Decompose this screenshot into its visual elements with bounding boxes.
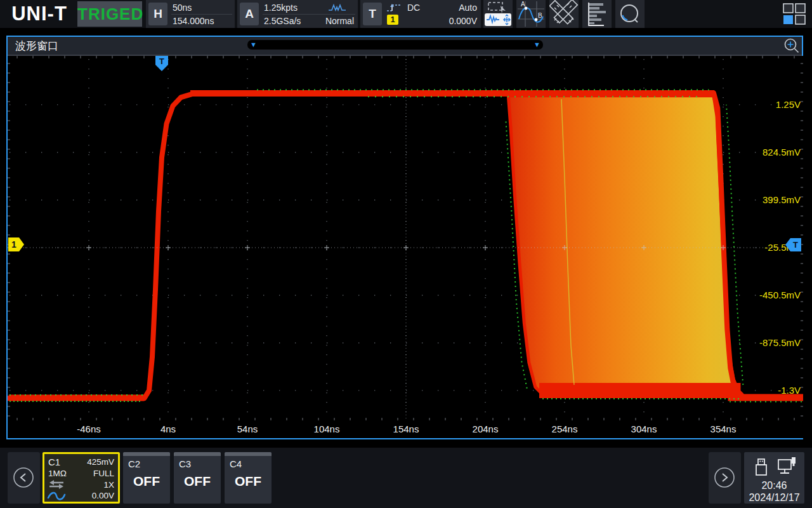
- channel4-state: OFF: [225, 474, 272, 489]
- oscilloscope-screen: UNI-T TRIGED H 50ns 154.000ns A 1.25kpts…: [0, 0, 812, 508]
- y-tick-label: -875.5mV: [737, 337, 801, 349]
- panel-strip: [225, 452, 272, 456]
- sine-wave-icon: [47, 490, 66, 504]
- x-tick-label: 54ns: [221, 424, 274, 434]
- waveform-plot-area[interactable]: [8, 56, 803, 420]
- x-tick-label: -46ns: [62, 424, 115, 434]
- bottom-bar: C1 425mV 1MΩ FULL 1X 0.00V C2 OFF C: [0, 448, 812, 508]
- channel3-name: C3: [179, 458, 191, 469]
- x-tick-label: 104ns: [300, 424, 353, 434]
- search-circle-button[interactable]: [615, 0, 645, 28]
- cursor-select-button[interactable]: [483, 0, 513, 28]
- trigger-source-badge: 1: [387, 15, 398, 25]
- scrollbar-right-arrow-icon[interactable]: ▼: [534, 41, 540, 49]
- chevron-right-icon: [723, 474, 727, 481]
- x-axis-row: -46ns 4ns 54ns 104ns 154ns 204ns 254ns 3…: [8, 420, 803, 438]
- window-title: 波形窗口: [15, 39, 58, 54]
- usb-host-icon: [777, 456, 797, 480]
- horizontal-position-scrollbar[interactable]: ▼ ▼: [247, 40, 543, 50]
- x-tick-label: 254ns: [538, 424, 591, 434]
- measure-ab-button[interactable]: A B: [516, 0, 546, 28]
- memory-depth-value: 1.25kpts: [264, 2, 298, 13]
- horizontal-section[interactable]: H 50ns 154.000ns: [146, 0, 235, 28]
- channel1-scale: 425mV: [87, 457, 114, 468]
- panel-strip: [123, 452, 170, 456]
- channel4-panel[interactable]: C4 OFF: [225, 452, 272, 504]
- channel1-probe: 1X: [103, 479, 114, 491]
- uni-t-logo: UNI-T: [4, 1, 75, 27]
- acquire-section[interactable]: A 1.25kpts 2.5GSa/s Normal: [237, 0, 358, 28]
- usb-device-icon: [753, 457, 769, 480]
- acquire-mode-value: Normal: [325, 15, 354, 27]
- y-tick-label: 824.5mV: [737, 147, 801, 158]
- ruler-measure-button[interactable]: [549, 0, 579, 28]
- waveform-svg: [8, 56, 803, 420]
- channel2-panel[interactable]: C2 OFF: [123, 452, 170, 504]
- svg-text:B: B: [538, 12, 542, 19]
- y-tick-label: 399.5mV: [737, 194, 801, 206]
- trigger-status-badge: TRIGED: [77, 1, 142, 27]
- channel1-name: C1: [48, 457, 60, 468]
- channel4-name: C4: [230, 458, 242, 469]
- channel3-state: OFF: [174, 474, 221, 489]
- x-tick-label: 354ns: [697, 424, 750, 434]
- timebase-value: 50ns: [173, 2, 192, 13]
- channel1-panel[interactable]: C1 425mV 1MΩ FULL 1X 0.00V: [43, 452, 120, 504]
- clock-date: 2024/12/17: [744, 492, 804, 504]
- select-rect-icon: [488, 3, 502, 10]
- trigger-slope-icon: [386, 2, 403, 16]
- divider: [171, 14, 232, 15]
- sample-rate-value: 2.5GSa/s: [264, 15, 301, 27]
- channel1-offset: 0.00V: [92, 490, 114, 502]
- window-layout-button[interactable]: [780, 1, 808, 27]
- histogram-button[interactable]: [582, 0, 612, 28]
- trigger-sweep-value: Auto: [459, 2, 477, 13]
- acquire-waveform-icon: [327, 3, 349, 15]
- horizontal-delay-value: 154.000ns: [173, 15, 214, 27]
- clock-time: 20:46: [744, 480, 804, 491]
- y-tick-label: -450.5mV: [737, 290, 801, 301]
- scrollbar-left-arrow-icon[interactable]: ▼: [250, 41, 257, 49]
- x-tick-label: 304ns: [617, 424, 671, 434]
- svg-text:A: A: [521, 1, 525, 8]
- trigger-section[interactable]: T DC Auto 1 0.000V: [360, 0, 481, 28]
- horizontal-key-label: H: [148, 3, 167, 25]
- trigger-coupling-value: DC: [407, 2, 420, 13]
- x-tick-label: 204ns: [459, 424, 512, 434]
- x-tick-label: 4ns: [141, 424, 195, 434]
- channel1-impedance: 1MΩ: [48, 468, 67, 479]
- active-quadrant: [783, 15, 793, 24]
- waveform-window-titlebar: 波形窗口 ▼ ▼: [8, 37, 802, 56]
- y-tick-label: -1.3V: [737, 385, 801, 396]
- plus-glyph: [788, 42, 794, 48]
- panel-strip: [174, 452, 221, 456]
- trigger-key-label: T: [363, 3, 382, 25]
- clock-panel[interactable]: 20:46 2024/12/17: [744, 452, 804, 504]
- y-tick-label: 1.25V: [737, 99, 801, 110]
- channel3-panel[interactable]: C3 OFF: [174, 452, 221, 504]
- channel2-name: C2: [128, 458, 140, 469]
- acquire-key-label: A: [240, 3, 259, 25]
- trigger-level-value: 0.000V: [449, 15, 477, 27]
- panel-scroll-left-button[interactable]: [8, 452, 40, 504]
- x-tick-label: 154ns: [379, 424, 433, 434]
- channel1-bandwidth: FULL: [93, 468, 114, 479]
- cursor-arrow-icon: [501, 6, 506, 13]
- channel2-state: OFF: [123, 474, 170, 489]
- panel-scroll-right-button[interactable]: [709, 452, 741, 504]
- chevron-left-icon: [21, 474, 25, 481]
- top-toolbar: UNI-T TRIGED H 50ns 154.000ns A 1.25kpts…: [0, 0, 812, 28]
- zoom-in-button[interactable]: [783, 37, 801, 57]
